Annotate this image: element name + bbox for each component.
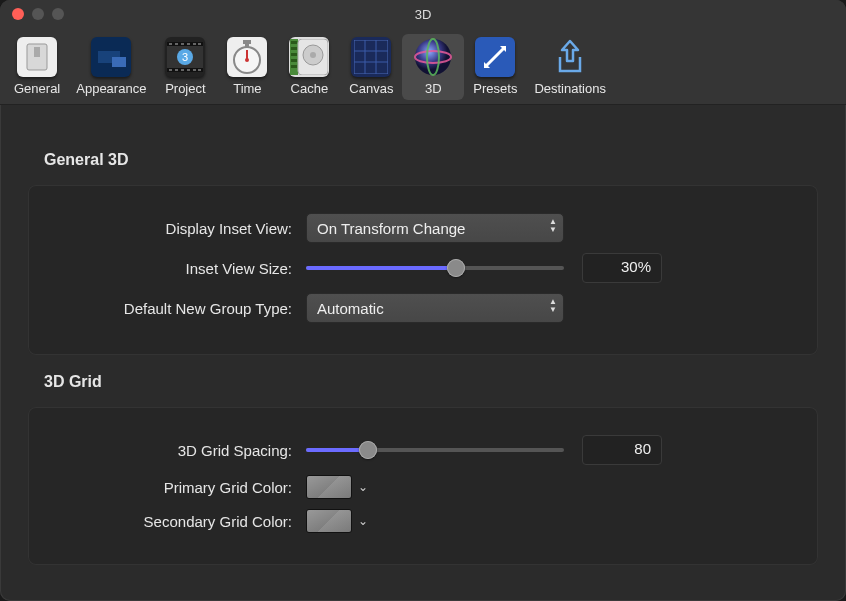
slider-3d-grid-spacing[interactable] (306, 438, 564, 462)
toolbar-label: Appearance (76, 81, 146, 96)
svg-rect-7 (167, 68, 203, 72)
window-controls (12, 8, 64, 20)
switch-icon (26, 43, 48, 71)
toolbar-presets[interactable]: Presets (464, 34, 526, 100)
svg-rect-16 (181, 69, 184, 71)
label-display-inset-view: Display Inset View: (46, 220, 306, 237)
svg-point-26 (245, 58, 249, 62)
drive-icon (290, 39, 328, 75)
svg-rect-14 (169, 69, 172, 71)
svg-rect-11 (187, 43, 190, 45)
toolbar-label: General (14, 81, 60, 96)
label-secondary-grid-color: Secondary Grid Color: (46, 513, 306, 530)
svg-point-41 (415, 39, 451, 75)
share-icon (552, 37, 588, 77)
panel-general-3d: Display Inset View: On Transform Change … (28, 185, 818, 355)
svg-rect-27 (290, 39, 298, 75)
svg-rect-1 (34, 47, 40, 57)
svg-rect-30 (291, 53, 297, 56)
svg-line-44 (486, 48, 504, 66)
svg-rect-12 (193, 43, 196, 45)
panel-3d-grid: 3D Grid Spacing: 80 Primary Grid Color: … (28, 407, 818, 565)
toolbar-label: Cache (291, 81, 329, 96)
value-inset-view-size[interactable]: 30% (582, 253, 662, 283)
toolbar-general[interactable]: General (6, 34, 68, 100)
slider-inset-view-size[interactable] (306, 256, 564, 280)
svg-rect-28 (291, 41, 297, 44)
select-arrows-icon: ▲▼ (549, 218, 557, 234)
sphere-icon (412, 36, 454, 78)
minimize-button[interactable] (32, 8, 44, 20)
svg-rect-17 (187, 69, 190, 71)
svg-rect-31 (291, 59, 297, 62)
label-primary-grid-color: Primary Grid Color: (46, 479, 306, 496)
appearance-icon (96, 47, 126, 67)
toolbar-appearance[interactable]: Appearance (68, 34, 154, 100)
toolbar-destinations[interactable]: Destinations (526, 34, 614, 100)
svg-text:3: 3 (182, 51, 188, 63)
zoom-button[interactable] (52, 8, 64, 20)
svg-rect-19 (198, 69, 201, 71)
titlebar: 3D (0, 0, 846, 28)
section-title-general-3d: General 3D (44, 151, 818, 169)
svg-point-35 (310, 52, 316, 58)
svg-rect-13 (198, 43, 201, 45)
slider-thumb[interactable] (359, 441, 377, 459)
value-3d-grid-spacing[interactable]: 80 (582, 435, 662, 465)
slider-thumb[interactable] (447, 259, 465, 277)
stopwatch-icon (232, 40, 262, 74)
svg-rect-36 (354, 40, 388, 74)
select-display-inset-view[interactable]: On Transform Change ▲▼ (306, 213, 564, 243)
resize-icon (480, 42, 510, 72)
svg-rect-9 (175, 43, 178, 45)
colorwell-primary[interactable] (306, 475, 352, 499)
close-button[interactable] (12, 8, 24, 20)
svg-rect-29 (291, 47, 297, 50)
label-default-group-type: Default New Group Type: (46, 300, 306, 317)
film-icon: 3 (167, 42, 203, 72)
toolbar-label: 3D (425, 81, 442, 96)
toolbar-label: Presets (473, 81, 517, 96)
svg-rect-18 (193, 69, 196, 71)
toolbar-time[interactable]: Time (216, 34, 278, 100)
svg-rect-8 (169, 43, 172, 45)
toolbar-label: Destinations (534, 81, 606, 96)
svg-rect-6 (167, 42, 203, 46)
select-default-group-type[interactable]: Automatic ▲▼ (306, 293, 564, 323)
toolbar-3d[interactable]: 3D (402, 34, 464, 100)
content-area: General 3D Display Inset View: On Transf… (0, 105, 846, 565)
label-3d-grid-spacing: 3D Grid Spacing: (46, 442, 306, 459)
preferences-toolbar: General Appearance 3 Project Time Cache … (0, 28, 846, 105)
svg-rect-22 (243, 40, 251, 44)
toolbar-canvas[interactable]: Canvas (340, 34, 402, 100)
svg-rect-10 (181, 43, 184, 45)
toolbar-label: Project (165, 81, 205, 96)
grid-icon (354, 40, 388, 74)
select-value: On Transform Change (317, 220, 465, 237)
section-title-3d-grid: 3D Grid (44, 373, 818, 391)
svg-rect-4 (112, 57, 126, 67)
select-arrows-icon: ▲▼ (549, 298, 557, 314)
svg-rect-15 (175, 69, 178, 71)
toolbar-label: Canvas (349, 81, 393, 96)
window-title: 3D (0, 7, 846, 22)
chevron-down-icon[interactable]: ⌄ (358, 480, 368, 494)
svg-rect-32 (291, 65, 297, 68)
chevron-down-icon[interactable]: ⌄ (358, 514, 368, 528)
preferences-window: 3D General Appearance 3 Project Time Cac… (0, 0, 846, 601)
toolbar-project[interactable]: 3 Project (154, 34, 216, 100)
toolbar-cache[interactable]: Cache (278, 34, 340, 100)
select-value: Automatic (317, 300, 384, 317)
label-inset-view-size: Inset View Size: (46, 260, 306, 277)
colorwell-secondary[interactable] (306, 509, 352, 533)
toolbar-label: Time (233, 81, 261, 96)
